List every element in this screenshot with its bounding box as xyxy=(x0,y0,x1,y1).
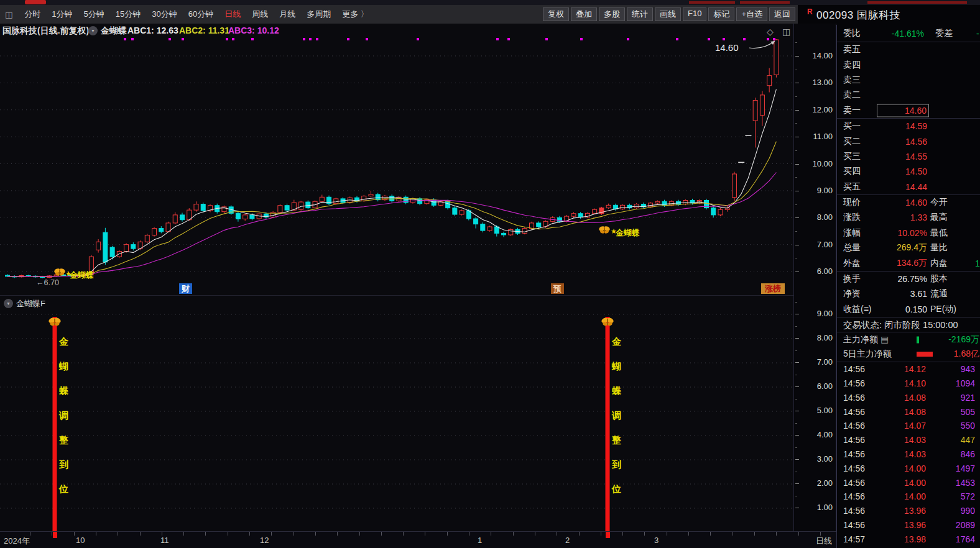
list-icon[interactable]: ▤ xyxy=(881,334,889,344)
bid-row-买二[interactable]: 买二14.56 xyxy=(837,134,980,148)
weicha-label: 委差 xyxy=(935,28,953,39)
weibi-row: 委比 -41.61% 委差 - xyxy=(837,25,980,42)
tick-row: 14:5614.12 943 xyxy=(837,362,980,377)
y-tick-panel2: 8.00 xyxy=(817,333,833,342)
toolbar-button-标记[interactable]: 标记 xyxy=(708,7,734,21)
stat-row-净资: 净资3.61 流通 xyxy=(837,286,980,301)
indicator-panel[interactable]: 金蝴蝶调整到位 金蝴蝶调整到位 ▼ 金蝴蝶F xyxy=(0,295,794,532)
y-tick-panel2: 2.00 xyxy=(817,478,833,488)
app-window: ◫ 分时1分钟5分钟15分钟30分钟60分钟日线周线月线多周期更多 〉 复权叠加… xyxy=(0,0,980,548)
svg-text:蝶: 蝶 xyxy=(612,385,621,396)
stat-row-外盘: 外盘134.6万 内盘1 xyxy=(837,255,980,270)
x-label-11: 11 xyxy=(160,536,169,545)
period-tab-更多 〉[interactable]: 更多 〉 xyxy=(342,9,369,19)
period-tab-1分钟[interactable]: 1分钟 xyxy=(52,9,72,19)
svg-text:金蝴蝶: 金蝴蝶 xyxy=(615,228,640,237)
period-tab-日线[interactable]: 日线 xyxy=(224,9,241,19)
bid-row-买四[interactable]: 买四14.50 xyxy=(837,164,980,179)
svg-text:到: 到 xyxy=(611,459,621,470)
stat-row-涨幅: 涨幅10.02% 最低 xyxy=(837,226,980,240)
period-tab-多周期[interactable]: 多周期 xyxy=(307,9,331,19)
indicator-name[interactable]: 金蝴蝶 xyxy=(101,25,127,37)
ask-row-卖二[interactable]: 卖二 xyxy=(837,88,980,103)
ask-row-卖一[interactable]: 卖一14.60 xyxy=(837,103,980,118)
svg-text:蝶: 蝶 xyxy=(59,385,68,396)
candlestick-chart[interactable]: ★金蝴蝶 ★金蝴蝶←6.7014.60 xyxy=(0,24,794,295)
five-day-net-row: 5日主力净额 1.68亿 xyxy=(837,347,980,362)
y-tick-main: 7.00 xyxy=(817,240,833,249)
toolbar-button-统计[interactable]: 统计 xyxy=(627,7,653,21)
bid-row-买五[interactable]: 买五14.44 xyxy=(837,180,980,194)
clipped-red-text xyxy=(689,1,735,4)
net-mini-bar xyxy=(917,336,919,343)
split-pane-icon[interactable]: ◫ xyxy=(782,27,790,37)
y-tick-main: 11.00 xyxy=(813,132,833,141)
price-axis-panel2: 9.008.007.006.005.004.003.002.001.00 xyxy=(794,295,836,531)
svg-text:蝴: 蝴 xyxy=(611,361,621,372)
ask-row-卖五[interactable]: 卖五 xyxy=(837,42,980,57)
signal-chart[interactable]: 金蝴蝶调整到位 金蝴蝶调整到位 xyxy=(0,296,794,532)
toolbar-button-复权[interactable]: 复权 xyxy=(543,7,569,21)
stat-row-换手: 换手26.75% 股本 xyxy=(837,272,980,286)
price-axis-main: 6.007.008.009.0010.0011.0012.0013.0014.0… xyxy=(794,24,836,295)
weibi-value: -41.61% xyxy=(874,29,924,39)
main-net-row: 主力净额 ▤ -2169万 xyxy=(837,332,980,347)
main-net-value: -2169万 xyxy=(948,334,979,345)
net-mini-bar xyxy=(917,352,933,357)
y-tick-main: 12.00 xyxy=(812,105,833,114)
diamond-icon[interactable]: ◇ xyxy=(767,27,774,37)
margin-marker: R xyxy=(807,7,813,16)
chart-title: 国脉科技(日线.前复权) xyxy=(2,25,89,37)
ask-row-卖四[interactable]: 卖四 xyxy=(837,57,980,72)
tick-row: 14:5713.98 1764 xyxy=(837,532,980,546)
toolbar-button-+自选[interactable]: +自选 xyxy=(736,7,767,21)
svg-text:位: 位 xyxy=(611,483,621,494)
period-tabs: 分时1分钟5分钟15分钟30分钟60分钟日线周线月线多周期更多 〉 xyxy=(19,9,374,20)
y-tick-panel2: 3.00 xyxy=(817,454,833,464)
event-tag-涨榜[interactable]: 涨榜 xyxy=(761,283,785,294)
x-axis-period-label: 日线 xyxy=(816,536,832,547)
event-tag-预[interactable]: 预 xyxy=(551,283,564,294)
svg-text:金: 金 xyxy=(611,336,622,347)
toolbar-button-叠加[interactable]: 叠加 xyxy=(571,7,597,21)
svg-text:调: 调 xyxy=(58,410,68,421)
x-label-2024年: 2024年 xyxy=(4,536,30,547)
signal-line xyxy=(53,317,57,532)
svg-text:蝴: 蝴 xyxy=(58,361,68,372)
tick-row: 14:5614.00 572 xyxy=(837,490,980,504)
svg-text:整: 整 xyxy=(58,434,68,445)
period-tab-30分钟[interactable]: 30分钟 xyxy=(152,9,177,19)
y-tick-main: 13.00 xyxy=(812,78,833,87)
ask-row-卖三[interactable]: 卖三 xyxy=(837,73,980,88)
toolbar-buttons: 复权叠加多股统计画线F10标记+自选返回 xyxy=(543,7,798,21)
bid-row-买三[interactable]: 买三14.55 xyxy=(837,149,980,164)
toolbar-button-返回[interactable]: 返回 xyxy=(769,7,795,21)
five-day-net-value: 1.68亿 xyxy=(954,349,979,360)
period-tab-分时[interactable]: 分时 xyxy=(24,9,40,19)
collapse-indicator-icon[interactable]: ▼ xyxy=(4,299,13,308)
collapse-indicator-icon[interactable]: ▼ xyxy=(88,26,98,35)
tick-row: 14:5614.08 921 xyxy=(837,391,980,405)
period-tab-60分钟[interactable]: 60分钟 xyxy=(188,9,213,19)
layout-pane-icon[interactable]: ◫ xyxy=(5,10,12,19)
event-tag-财[interactable]: 财 xyxy=(179,283,192,294)
butterfly-icon xyxy=(598,226,611,234)
toolbar-button-画线[interactable]: 画线 xyxy=(655,7,681,21)
main-chart[interactable]: ★金蝴蝶 ★金蝴蝶←6.7014.60 国脉科技(日线.前复权) ▼ 金蝴蝶 A… xyxy=(0,24,794,295)
period-tab-15分钟[interactable]: 15分钟 xyxy=(116,9,141,19)
app-logo xyxy=(25,0,46,4)
bid-row-买一[interactable]: 买一14.59 xyxy=(837,119,980,134)
tick-row: 14:5614.00 1453 xyxy=(837,475,980,490)
ask1-price-box: 14.60 xyxy=(877,104,929,117)
svg-text:14.60: 14.60 xyxy=(715,42,739,53)
period-tab-5分钟[interactable]: 5分钟 xyxy=(84,9,104,19)
tick-row: 14:5614.03 846 xyxy=(837,447,980,462)
period-tab-周线[interactable]: 周线 xyxy=(252,9,268,19)
toolbar-button-多股[interactable]: 多股 xyxy=(599,7,625,21)
y-tick-main: 10.00 xyxy=(812,159,833,168)
stat-row-涨跌: 涨跌1.33 最高 xyxy=(837,210,980,225)
svg-text:整: 整 xyxy=(611,434,621,445)
toolbar-button-F10[interactable]: F10 xyxy=(683,7,706,21)
period-tab-月线[interactable]: 月线 xyxy=(279,9,295,19)
indicator-abc2: ABC2: 11.31 xyxy=(179,25,229,35)
